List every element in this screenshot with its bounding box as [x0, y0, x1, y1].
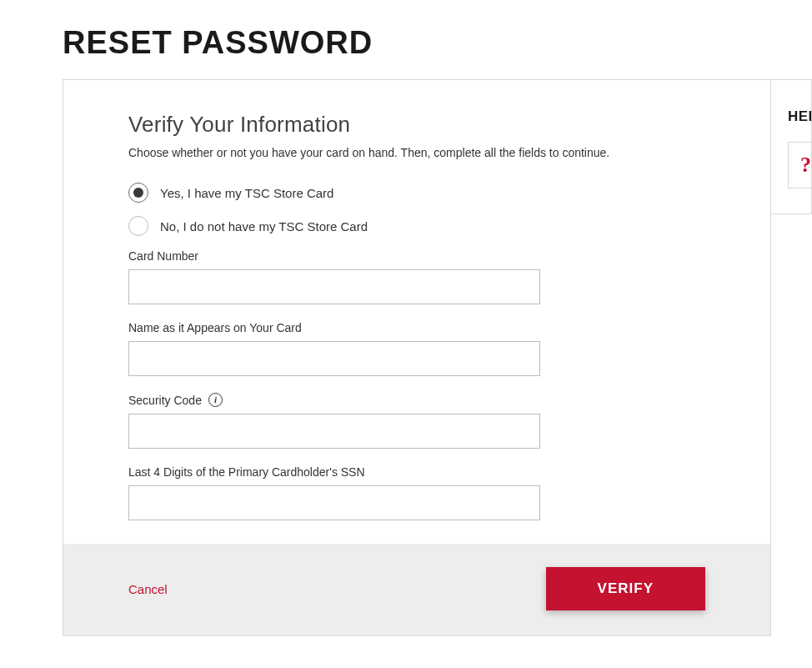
radio-have-card-no[interactable]: No, I do not have my TSC Store Card: [128, 216, 705, 236]
security-code-label: Security Code: [128, 394, 202, 407]
section-heading: Verify Your Information: [128, 112, 705, 138]
name-on-card-label: Name as it Appears on Your Card: [128, 321, 302, 334]
card-number-input[interactable]: [128, 269, 540, 304]
radio-have-card-yes[interactable]: Yes, I have my TSC Store Card: [128, 183, 705, 203]
help-panel: HELP ?: [771, 79, 812, 214]
radio-icon: [128, 216, 148, 236]
main-card: Verify Your Information Choose whether o…: [63, 79, 771, 636]
security-code-input[interactable]: [128, 414, 540, 449]
cancel-button[interactable]: Cancel: [128, 582, 168, 596]
radio-icon: [128, 183, 148, 203]
ssn-last4-label: Last 4 Digits of the Primary Cardholder'…: [128, 465, 365, 479]
info-icon[interactable]: i: [208, 393, 223, 407]
ssn-last4-input[interactable]: [128, 485, 540, 520]
verify-button[interactable]: VERIFY: [546, 567, 705, 610]
name-on-card-input[interactable]: [128, 341, 540, 376]
section-description: Choose whether or not you have your card…: [128, 146, 705, 159]
card-footer: Cancel VERIFY: [63, 544, 770, 635]
help-item[interactable]: ?: [788, 142, 812, 188]
radio-label-no: No, I do not have my TSC Store Card: [160, 219, 368, 234]
question-icon: ?: [800, 153, 811, 178]
radio-label-yes: Yes, I have my TSC Store Card: [160, 186, 333, 200]
help-title: HELP: [788, 108, 811, 125]
card-number-label: Card Number: [128, 249, 198, 263]
page-title: RESET PASSWORD: [63, 25, 812, 61]
